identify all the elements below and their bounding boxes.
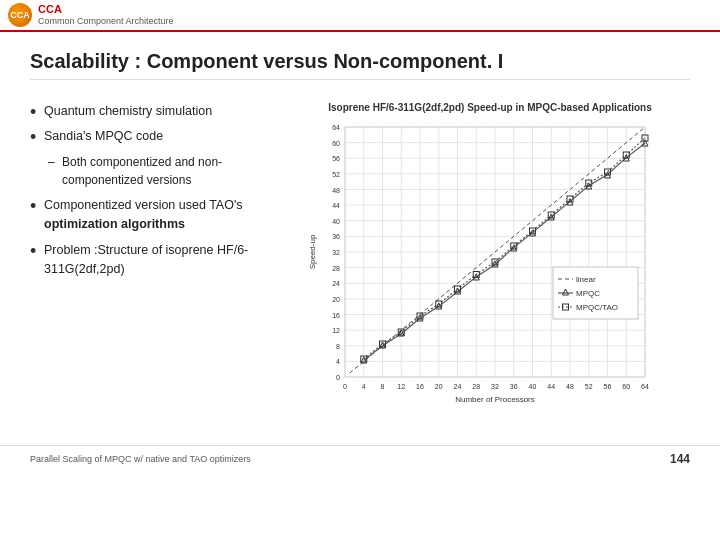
svg-text:24: 24 xyxy=(454,383,462,390)
footer-text: Parallel Scaling of MPQC w/ native and T… xyxy=(30,454,251,464)
svg-text:32: 32 xyxy=(332,249,340,256)
dash-icon: – xyxy=(48,153,60,172)
svg-text:48: 48 xyxy=(566,383,574,390)
svg-text:0: 0 xyxy=(336,374,340,381)
chart-container: 0 4 8 12 16 20 24 28 32 36 40 44 48 52 5… xyxy=(305,117,675,427)
svg-text:44: 44 xyxy=(332,202,340,209)
svg-text:20: 20 xyxy=(332,296,340,303)
bullet-sub-text: Both componentized and non-componentized… xyxy=(62,153,270,190)
chart-area: Isoprene HF/6-311G(2df,2pd) Speed-up in … xyxy=(290,102,690,427)
svg-text:16: 16 xyxy=(332,312,340,319)
svg-text:40: 40 xyxy=(332,218,340,225)
svg-text:60: 60 xyxy=(622,383,630,390)
svg-text:44: 44 xyxy=(547,383,555,390)
bullet-text-3: Componentized version used TAO's optimiz… xyxy=(44,196,270,235)
chart-title: Isoprene HF/6-311G(2df,2pd) Speed-up in … xyxy=(328,102,652,113)
svg-text:0: 0 xyxy=(343,383,347,390)
page-title: Scalability : Component versus Non-compo… xyxy=(30,50,690,80)
svg-text:52: 52 xyxy=(332,171,340,178)
svg-text:12: 12 xyxy=(397,383,405,390)
list-item: • Sandia's MPQC code xyxy=(30,127,270,146)
bullet-text-2: Sandia's MPQC code xyxy=(44,127,163,146)
bullet-icon: • xyxy=(30,103,44,121)
svg-text:16: 16 xyxy=(416,383,424,390)
svg-text:linear: linear xyxy=(576,275,596,284)
main-body: • Quantum chemistry simulation • Sandia'… xyxy=(30,102,690,427)
bullet-list: • Quantum chemistry simulation • Sandia'… xyxy=(30,102,270,427)
svg-text:8: 8 xyxy=(381,383,385,390)
svg-text:32: 32 xyxy=(491,383,499,390)
svg-text:52: 52 xyxy=(585,383,593,390)
svg-text:60: 60 xyxy=(332,140,340,147)
svg-text:36: 36 xyxy=(510,383,518,390)
svg-text:36: 36 xyxy=(332,233,340,240)
main-content: Scalability : Component versus Non-compo… xyxy=(0,32,720,437)
svg-text:12: 12 xyxy=(332,327,340,334)
logo-icon: CCA xyxy=(8,3,32,27)
svg-text:48: 48 xyxy=(332,187,340,194)
svg-text:MPQC/TAO: MPQC/TAO xyxy=(576,303,618,312)
bullet-icon: • xyxy=(30,128,44,146)
svg-text:56: 56 xyxy=(332,155,340,162)
bullet-text-4: Problem :Structure of isoprene HF/6-311G… xyxy=(44,241,270,280)
bullet-text-1: Quantum chemistry simulation xyxy=(44,102,212,121)
bullet-icon: • xyxy=(30,242,44,260)
svg-text:28: 28 xyxy=(472,383,480,390)
list-item: • Problem :Structure of isoprene HF/6-31… xyxy=(30,241,270,280)
header-subtitle: CCA Common Component Architecture xyxy=(38,3,174,27)
svg-text:8: 8 xyxy=(336,343,340,350)
svg-text:64: 64 xyxy=(641,383,649,390)
page-number: 144 xyxy=(670,452,690,466)
header: CCA CCA Common Component Architecture xyxy=(0,0,720,32)
svg-text:28: 28 xyxy=(332,265,340,272)
svg-text:Number of Processors: Number of Processors xyxy=(455,395,535,404)
svg-text:40: 40 xyxy=(529,383,537,390)
svg-text:24: 24 xyxy=(332,280,340,287)
bullet-icon: • xyxy=(30,197,44,215)
list-item: – Both componentized and non-componentiz… xyxy=(48,153,270,190)
svg-text:4: 4 xyxy=(362,383,366,390)
svg-text:64: 64 xyxy=(332,124,340,131)
svg-text:20: 20 xyxy=(435,383,443,390)
svg-text:Speed-up: Speed-up xyxy=(308,234,317,269)
list-item: • Componentized version used TAO's optim… xyxy=(30,196,270,235)
bullet-sub-group: – Both componentized and non-componentiz… xyxy=(48,153,270,190)
footer: Parallel Scaling of MPQC w/ native and T… xyxy=(0,445,720,466)
svg-text:MPQC: MPQC xyxy=(576,289,600,298)
svg-text:4: 4 xyxy=(336,358,340,365)
svg-text:56: 56 xyxy=(604,383,612,390)
chart-svg: 0 4 8 12 16 20 24 28 32 36 40 44 48 52 5… xyxy=(305,117,675,427)
list-item: • Quantum chemistry simulation xyxy=(30,102,270,121)
